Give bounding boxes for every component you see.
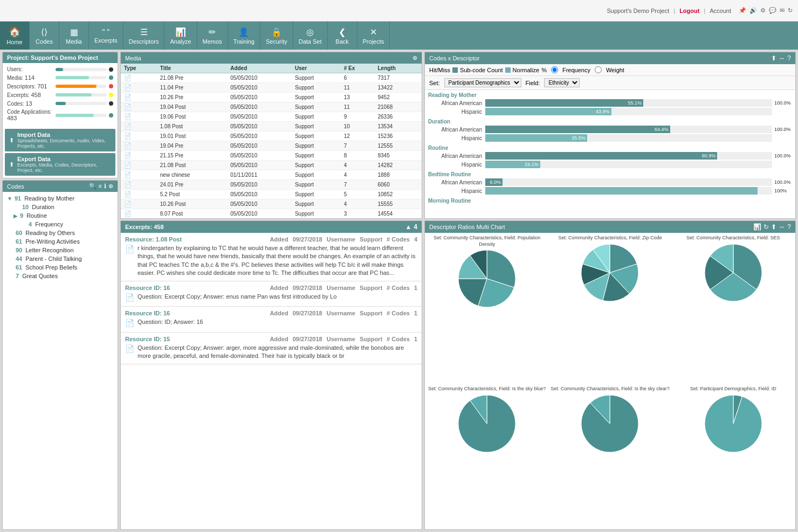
nav-projects[interactable]: ✕ Projects [357,22,390,50]
settings-icon[interactable]: ⚙ [760,7,766,14]
media-title-cell[interactable]: 21.15 Pre [157,151,227,161]
codes-list-icon[interactable]: ≡ [99,183,102,190]
media-table-row[interactable]: 📄 21.08 Pre 05/05/2010 Support 6 7317 [121,73,422,83]
media-table-row[interactable]: 📄 19.04 Post 05/05/2010 Support 11 21068 [121,102,422,112]
nav-security[interactable]: 🔒 Security [260,22,293,50]
dr-refresh-icon[interactable]: ↻ [763,223,769,231]
excerpt-item[interactable]: Resource ID: 16 Added 09/27/2018 Usernam… [121,307,422,333]
pie-chart[interactable] [704,243,763,302]
expand-arrow-routine[interactable]: ▶ [13,213,18,219]
import-button[interactable]: ⬆ Import Data Spreadsheets, Documents, A… [5,129,115,151]
pie-chart[interactable] [457,249,517,308]
nav-memos[interactable]: ✏ Memos [197,22,228,50]
excerpt-doc-icon: 📄 [125,318,134,329]
excerpts-scroll-up[interactable]: ▲ [405,223,411,231]
media-table-row[interactable]: 📄 new chinese 01/11/2011 Support 4 1888 [121,170,422,180]
code-letter[interactable]: 90 Letter Recognition [5,246,115,254]
nav-codes[interactable]: ⟨⟩ Codes [30,22,59,50]
media-title-cell[interactable]: 19.04 Post [157,102,227,112]
pie-chart[interactable] [457,394,517,453]
pie-chart[interactable] [580,394,639,453]
code-school-prep[interactable]: 61 School Prep Beliefs [5,263,115,272]
nav-media[interactable]: ▦ Media [59,22,89,50]
logout-link[interactable]: Logout [679,8,699,14]
media-table-row[interactable]: 📄 24.01 Pre 05/05/2010 Support 7 6060 [121,180,422,190]
media-title-cell[interactable]: 19.04 Pre [157,141,227,151]
media-table-wrap[interactable]: Type Title Added User # Ex Length 📄 21.0… [121,64,422,218]
dr-resize-icon[interactable]: ↔ [779,223,785,231]
nav-back[interactable]: ❮ Back [328,22,357,50]
code-routine[interactable]: ▶ 9 Routine [11,211,115,220]
nav-analyze[interactable]: 📊 Analyze [164,22,197,50]
media-title-cell[interactable]: 21.08 Post [157,161,227,170]
excerpt-item[interactable]: Resource: 1.08 Post Added 09/27/2018 Use… [121,233,422,281]
code-reading-mother[interactable]: ▼ 91 Reading by Mother [5,194,115,203]
speaker-icon[interactable]: 🔊 [749,7,757,14]
media-title-cell[interactable]: 8.07 Post [157,209,227,219]
refresh-icon[interactable]: ↻ [788,7,793,14]
codes-info-icon[interactable]: ℹ [104,183,106,190]
pin-icon[interactable]: 📌 [739,7,746,14]
dr-upload-icon[interactable]: ⬆ [771,223,776,231]
media-title-cell[interactable]: 24.01 Pre [157,180,227,190]
codes-search-icon[interactable]: 🔍 [89,183,97,190]
nav-home[interactable]: 🏠 Home [0,22,30,50]
media-table-row[interactable]: 📄 19.04 Pre 05/05/2010 Support 7 12555 [121,141,422,151]
media-table-row[interactable]: 📄 1.08 Post 05/05/2010 Support 10 13534 [121,122,422,132]
media-title-cell[interactable]: 11.04 Pre [157,83,227,93]
media-table-row[interactable]: 📄 21.15 Pre 05/05/2010 Support 8 9345 [121,151,422,161]
nav-excerpts[interactable]: " " Excerpts [89,22,123,50]
excerpt-text-row: 📄 Question: Excerpt Copy; Answer: enus n… [125,293,417,303]
excerpt-item[interactable]: Resource ID: 15 Added 09/27/2018 Usernam… [121,333,422,364]
code-frequency[interactable]: 4 Frequency [18,220,115,229]
account-link[interactable]: Account [710,8,731,14]
field-select[interactable]: Ethnicity [544,78,580,87]
media-table-row[interactable]: 📄 19.06 Post 05/05/2010 Support 9 26336 [121,112,422,122]
media-table-row[interactable]: 📄 5.2 Post 05/05/2010 Support 5 10852 [121,190,422,199]
code-reading-others[interactable]: 60 Reading by Others [5,229,115,237]
chat-icon[interactable]: 💬 [769,7,776,14]
nav-dataset[interactable]: ◎ Data Set [293,22,328,50]
code-great-quotes[interactable]: 7 Great Quotes [5,272,115,280]
dr-help-icon[interactable]: ? [787,223,791,231]
media-type-cell: 📄 [121,151,157,161]
doc-icon: 📄 [124,74,132,81]
weight-radio[interactable] [595,66,602,73]
media-table-row[interactable]: 📄 8.07 Post 05/05/2010 Support 3 14554 [121,209,422,219]
set-select[interactable]: Participant Demographics [444,78,521,87]
excerpts-body[interactable]: Resource: 1.08 Post Added 09/27/2018 Use… [121,233,422,529]
codes-add-icon[interactable]: ⊕ [108,183,113,190]
code-parent-talking[interactable]: 44 Parent - Child Talking [5,254,115,263]
frequency-radio[interactable] [551,66,558,73]
nav-training[interactable]: 👤 Training [228,22,260,50]
nav-descriptors[interactable]: ☰ Descriptors [123,22,165,50]
media-table-row[interactable]: 📄 10.26 Pre 05/05/2010 Support 13 9452 [121,93,422,102]
media-title-cell[interactable]: 19.01 Post [157,132,227,141]
media-title-cell[interactable]: 21.08 Pre [157,73,227,83]
code-prewriting[interactable]: 61 Pre-Writing Activities [5,237,115,246]
media-table-row[interactable]: 📄 11.04 Pre 05/05/2010 Support 11 13422 [121,83,422,93]
media-add-icon[interactable]: ⊕ [412,54,417,61]
media-title-cell[interactable]: 19.06 Post [157,112,227,122]
pie-chart[interactable] [704,394,763,453]
media-title-cell[interactable]: 10.26 Pre [157,93,227,102]
media-table-row[interactable]: 📄 19.01 Post 05/05/2010 Support 12 15236 [121,132,422,141]
media-title-cell[interactable]: new chinese [157,170,227,180]
cd-resize-icon[interactable]: ↔ [779,54,785,62]
code-duration[interactable]: 10 Duration [11,203,115,211]
media-title-cell[interactable]: 1.08 Post [157,122,227,132]
cd-upload-icon[interactable]: ⬆ [771,54,776,62]
media-type-cell: 📄 [121,180,157,190]
export-button[interactable]: ⬆ Export Data Excerpts, Media, Codes, De… [5,153,115,176]
dr-body: Set: Community Characteristics, Field: P… [425,233,795,529]
excerpt-item[interactable]: Resource ID: 16 Added 09/27/2018 Usernam… [121,281,422,307]
media-title-cell[interactable]: 5.2 Post [157,190,227,199]
dr-chart-icon[interactable]: 📊 [753,223,761,231]
expand-arrow-reading-mother[interactable]: ▼ [7,196,12,202]
media-table-row[interactable]: 📄 21.08 Post 05/05/2010 Support 4 14282 [121,161,422,170]
media-title-cell[interactable]: 10.26 Post [157,199,227,209]
cd-help-icon[interactable]: ? [787,54,791,62]
pie-chart[interactable] [580,243,639,302]
mail-icon[interactable]: ✉ [780,7,785,14]
media-table-row[interactable]: 📄 10.26 Post 05/05/2010 Support 4 15555 [121,199,422,209]
